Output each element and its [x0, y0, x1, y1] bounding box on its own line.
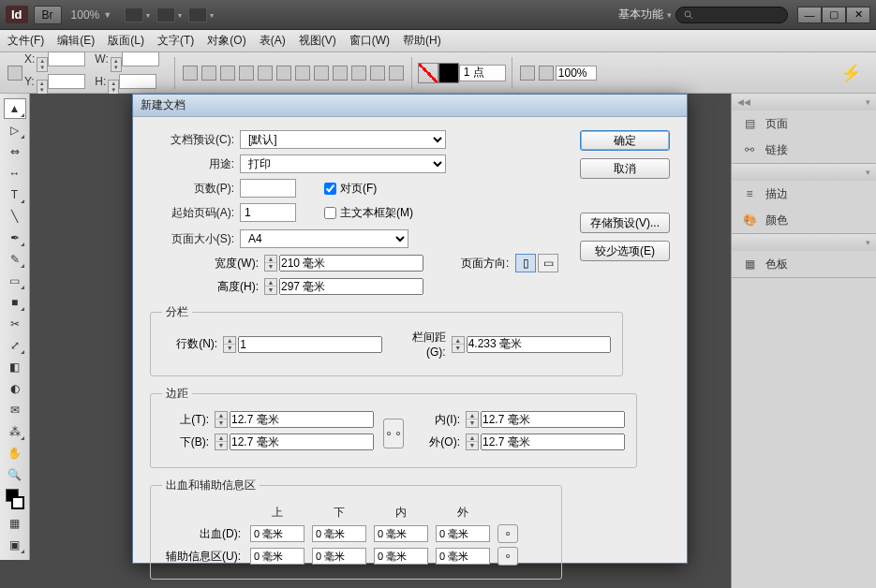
zoom-tool[interactable]: 🔍 [4, 464, 26, 485]
fewer-options-button[interactable]: 较少选项(E) [580, 241, 670, 261]
gutter-spinner[interactable]: ▲▼ [452, 336, 465, 353]
panel-links[interactable]: ⚯链接 [732, 137, 876, 163]
hand-tool[interactable]: ✋ [4, 443, 26, 463]
line-tool[interactable]: ╲ [4, 206, 26, 227]
slug-link-button[interactable]: ⚬ [497, 547, 518, 566]
note-tool[interactable]: ✉ [4, 400, 26, 420]
bridge-button[interactable]: Br [34, 6, 62, 24]
intent-select[interactable]: 打印 [240, 154, 446, 173]
height-input[interactable] [279, 278, 423, 295]
margins-link-button[interactable]: ⚬⚬ [383, 419, 404, 448]
bleed-link-button[interactable]: ⚬ [497, 524, 518, 543]
opt-icon-8[interactable] [314, 66, 329, 81]
opt-icon-14[interactable] [539, 66, 554, 81]
y-input[interactable] [48, 74, 85, 89]
margin-inside-input[interactable] [481, 411, 625, 428]
w-spinner[interactable]: ▲▼ [111, 57, 122, 72]
slug-inside-input[interactable] [374, 548, 428, 565]
ok-button[interactable]: 确定 [580, 130, 670, 151]
bleed-inside-input[interactable] [374, 525, 428, 542]
margin-bottom-spinner[interactable]: ▲▼ [215, 434, 228, 450]
menu-view[interactable]: 视图(V) [299, 33, 336, 49]
screen-mode-icon[interactable] [156, 7, 175, 22]
opt-icon-11[interactable] [370, 66, 385, 81]
master-frame-checkbox[interactable] [324, 207, 336, 219]
opt-icon-12[interactable] [389, 66, 404, 81]
window-maximize-button[interactable]: ▢ [822, 7, 846, 23]
y-spinner[interactable]: ▲▼ [37, 80, 48, 95]
opt-icon-7[interactable] [295, 66, 310, 81]
search-input[interactable] [676, 7, 788, 23]
view-options-icon[interactable] [125, 7, 143, 22]
zoom-dropdown-icon[interactable]: ▼ [103, 10, 111, 20]
slug-bottom-input[interactable] [312, 548, 366, 565]
panel-header-3[interactable]: ▾ [732, 234, 876, 251]
opt-icon-2[interactable] [201, 66, 216, 81]
width-input[interactable] [279, 255, 423, 272]
fill-stroke-swatches[interactable] [0, 489, 29, 509]
stroke-weight-input[interactable]: 1 点 [459, 65, 506, 81]
zoom-level[interactable]: 100% [71, 8, 100, 22]
height-spinner[interactable]: ▲▼ [264, 278, 277, 295]
pen-tool[interactable]: ✒ [4, 228, 26, 248]
panel-header-1[interactable]: ◀◀▾ [732, 94, 876, 110]
column-count-spinner[interactable]: ▲▼ [223, 336, 236, 353]
menu-layout[interactable]: 版面(L) [108, 33, 144, 49]
reference-point-icon[interactable] [7, 66, 22, 81]
opt-icon-9[interactable] [333, 66, 348, 81]
gradient-swatch-tool[interactable]: ◧ [4, 357, 26, 377]
w-input[interactable] [122, 51, 159, 66]
menu-file[interactable]: 文件(F) [7, 33, 44, 49]
rectangle-frame-tool[interactable]: ▭ [4, 271, 26, 291]
quick-apply-icon[interactable]: ⚡ [831, 63, 870, 83]
menu-edit[interactable]: 编辑(E) [57, 33, 95, 49]
x-spinner[interactable]: ▲▼ [37, 57, 48, 72]
window-close-button[interactable]: ✕ [846, 7, 870, 23]
h-spinner[interactable]: ▲▼ [108, 80, 119, 95]
bleed-top-input[interactable] [250, 525, 304, 542]
fill-none-swatch[interactable] [418, 63, 438, 83]
stroke-swatch[interactable] [11, 496, 24, 509]
panel-color[interactable]: 🎨颜色 [732, 207, 876, 233]
margin-inside-spinner[interactable]: ▲▼ [466, 411, 479, 428]
opt-icon-6[interactable] [276, 66, 291, 81]
column-count-input[interactable] [238, 336, 382, 353]
opt-icon-1[interactable] [183, 66, 198, 81]
menu-window[interactable]: 窗口(W) [349, 33, 390, 49]
selection-tool[interactable]: ▲ [4, 98, 26, 119]
margin-outside-spinner[interactable]: ▲▼ [466, 434, 479, 450]
menu-table[interactable]: 表(A) [260, 33, 286, 49]
h-input[interactable] [119, 74, 156, 89]
preset-select[interactable]: [默认] [240, 130, 446, 149]
apply-color-tool[interactable]: ▦ [4, 513, 26, 534]
width-spinner[interactable]: ▲▼ [264, 255, 277, 272]
margin-bottom-input[interactable] [230, 434, 374, 450]
panel-stroke[interactable]: ≡描边 [732, 181, 876, 207]
bleed-outside-input[interactable] [436, 525, 490, 542]
menu-type[interactable]: 文字(T) [157, 33, 194, 49]
slug-top-input[interactable] [250, 548, 304, 565]
scissors-tool[interactable]: ✂ [4, 314, 26, 334]
slug-outside-input[interactable] [436, 548, 490, 565]
start-page-input[interactable] [240, 203, 296, 222]
orientation-landscape-button[interactable]: ▭ [538, 254, 558, 272]
save-preset-button[interactable]: 存储预设(V)... [580, 213, 670, 233]
stroke-black-swatch[interactable] [438, 63, 459, 83]
opt-icon-3[interactable] [220, 66, 235, 81]
panel-swatches[interactable]: ▦色板 [732, 251, 876, 277]
gutter-input[interactable] [467, 336, 611, 353]
type-tool[interactable]: T [4, 184, 26, 205]
bleed-bottom-input[interactable] [312, 525, 366, 542]
margin-top-input[interactable] [230, 411, 374, 428]
screen-mode-tool[interactable]: ▣ [4, 535, 26, 555]
panel-pages[interactable]: ▤页面 [732, 110, 876, 137]
opt-icon-5[interactable] [258, 66, 273, 81]
opt-icon-13[interactable] [520, 66, 535, 81]
panel-header-2[interactable]: ▾ [732, 164, 876, 181]
orientation-portrait-button[interactable]: ▯ [515, 254, 536, 272]
direct-selection-tool[interactable]: ▷ [4, 120, 26, 140]
window-minimize-button[interactable]: — [797, 7, 822, 23]
menu-help[interactable]: 帮助(H) [403, 33, 441, 49]
free-transform-tool[interactable]: ⤢ [4, 335, 26, 356]
page-size-select[interactable]: A4 [240, 229, 408, 248]
